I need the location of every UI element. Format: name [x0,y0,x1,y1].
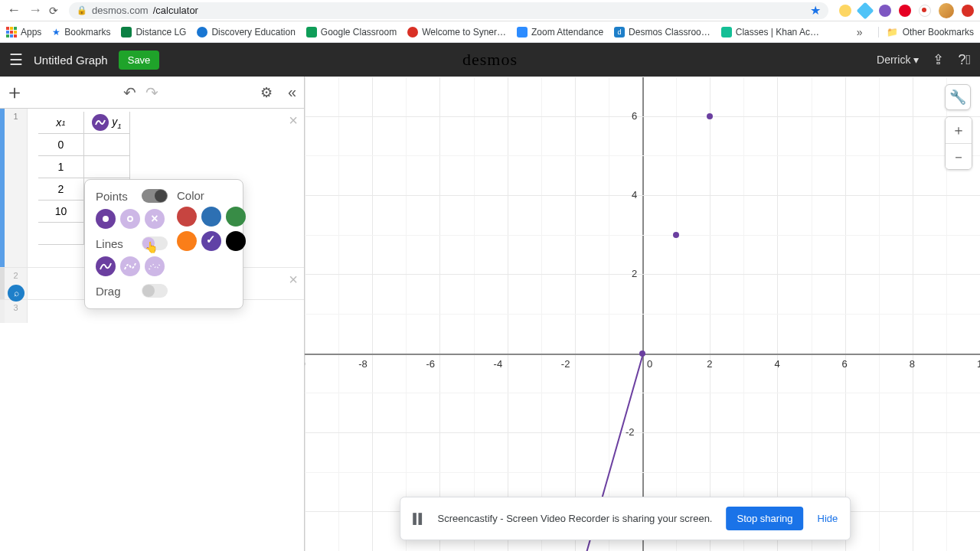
line-style-solid[interactable] [96,256,116,276]
other-bookmarks[interactable]: 📁Other Bookmarks [878,27,974,37]
url-path: /calculator [153,5,198,16]
chevron-down-icon: ▾ [913,54,919,66]
color-red[interactable] [177,207,197,227]
bookmark-star-icon[interactable]: ★ [810,3,821,18]
extension-icons [839,3,974,18]
y-tick-label: 2 [632,268,637,279]
share-button[interactable]: ⇪ [933,51,944,68]
plot-point[interactable] [673,232,679,238]
bookmarks-overflow[interactable]: » [852,26,867,38]
bookmark-item[interactable]: dDesmos Classroo… [614,27,710,37]
points-toggle[interactable] [142,189,168,203]
undo-button[interactable]: ↶ [123,83,136,102]
bookmark-item[interactable]: Classes | Khan Ac… [721,27,819,37]
point-style-cross[interactable]: × [145,209,165,229]
table-cell[interactable] [84,134,130,156]
url-host: desmos.com [92,5,149,16]
bookmark-item[interactable]: Discovery Education [197,27,295,37]
x-tick-label: -8 [358,358,368,370]
x-tick-label: -2 [561,358,570,370]
url-bar[interactable]: 🔒 desmos.com/calculator ★ [69,2,828,19]
drag-toggle[interactable] [142,284,168,298]
x-header[interactable]: x1 [38,112,84,134]
bookmark-item[interactable]: Welcome to Syner… [407,27,506,37]
record-icon[interactable] [962,5,974,17]
graph-title[interactable]: Untitled Graph [34,54,108,67]
point-style-solid[interactable] [96,209,116,229]
color-black[interactable] [226,231,246,251]
x-tick-label: 2 [707,358,712,370]
pause-icon: ▌▌ [413,513,423,524]
main-area: ＋ ↶ ↷ ⚙ « 1 × x1 0 1 [0,77,980,551]
add-expression-button[interactable]: ＋ [0,79,29,106]
plot-point[interactable] [639,350,645,357]
row-number: 3 [5,300,28,323]
profile-avatar[interactable] [939,3,954,18]
ext-icon[interactable] [879,5,891,17]
ext-icon[interactable] [919,5,931,17]
table-cell[interactable]: 1 [38,156,84,178]
table-cell[interactable] [38,223,84,245]
table-cell[interactable]: 0 [38,134,84,156]
folder-icon: 📁 [887,27,898,37]
zoom-fit-button[interactable]: ⌕ [8,285,24,302]
delete-row-button[interactable]: × [289,112,298,129]
x-tick-label: 0 [647,358,652,370]
sidebar-toolbar: ＋ ↶ ↷ ⚙ « [0,77,304,109]
style-popover: Points × Lines 👆 [84,179,243,309]
lines-toggle[interactable] [142,236,168,250]
zoom-in-button[interactable]: ＋ [946,117,972,143]
delete-row-button[interactable]: × [289,271,298,289]
bookmark-item[interactable]: Zoom Attendance [517,27,603,37]
lines-label: Lines [96,237,142,250]
bookmark-item[interactable]: ★Bookmarks [52,27,110,37]
pinterest-icon[interactable] [899,5,911,17]
help-button[interactable]: ?⃝ [958,52,971,68]
x-tick-label: -4 [494,358,503,370]
back-button[interactable]: ← [6,2,21,18]
menu-button[interactable]: ☰ [9,51,23,69]
zoom-out-button[interactable]: － [946,143,972,169]
lock-icon: 🔒 [77,5,87,15]
expression-list: 1 × x1 0 1 2 10 [0,109,304,323]
settings-button[interactable]: ⚙ [253,84,280,101]
x-tick-label: 4 [774,358,779,370]
x-tick-label: -10 [305,358,305,370]
line-style-dotted[interactable] [145,256,165,276]
app-header: ☰ Untitled Graph Save desmos Derrick ▾ ⇪… [0,43,980,77]
save-button[interactable]: Save [119,51,160,70]
y-tick-label: 4 [632,189,637,201]
table-cell[interactable]: 10 [38,201,84,223]
reload-button[interactable]: ⟳ [49,5,58,17]
color-orange[interactable] [177,231,197,251]
apps-button[interactable]: Apps [6,27,41,37]
line-style-dashed[interactable] [120,256,140,276]
color-green[interactable] [226,207,246,227]
table-cell[interactable]: 2 [38,178,84,201]
stop-sharing-button[interactable]: Stop sharing [726,507,803,530]
redo-button[interactable]: ↷ [145,83,158,102]
point-style-options: × [96,209,168,229]
bookmark-item[interactable]: Google Classroom [306,27,397,37]
apps-label: Apps [21,27,41,37]
ext-icon[interactable] [857,2,874,19]
forward-button[interactable]: → [28,2,43,18]
bookmark-item[interactable]: Distance LG [121,27,186,37]
wrench-button[interactable]: 🔧 [945,84,971,110]
line-style-options [96,256,168,276]
apps-grid-icon [6,27,17,37]
graph-canvas[interactable]: -10-8-6-4-20246810246-2-4 [305,77,980,551]
user-menu[interactable]: Derrick ▾ [877,54,919,66]
graph-tools: 🔧 ＋ － [945,84,972,170]
plot-point[interactable] [707,113,713,119]
table-cell[interactable] [84,156,130,178]
hide-banner-link[interactable]: Hide [817,513,838,524]
column-style-button[interactable] [92,114,109,131]
point-style-open[interactable] [120,209,140,229]
y-header[interactable]: y1 [84,112,130,134]
ext-icon[interactable] [839,5,851,17]
x-tick-label: 10 [977,358,980,370]
collapse-sidebar-button[interactable]: « [280,83,304,101]
color-blue[interactable] [201,207,221,227]
color-purple[interactable] [201,231,221,251]
